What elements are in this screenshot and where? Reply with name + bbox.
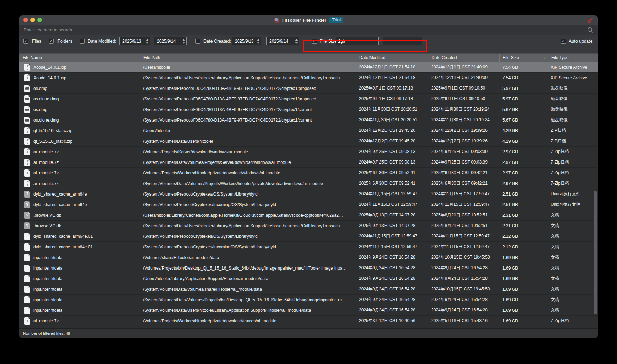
date-created-to-spinbox[interactable]: 2025/9/14: [266, 37, 299, 45]
table-row[interactable]: inpainter.htdata/Volumes/Projects/bin/De…: [19, 263, 598, 273]
folders-checkbox[interactable]: [49, 39, 54, 44]
document-icon: [24, 286, 30, 293]
spinner-arrows-icon[interactable]: [146, 39, 149, 44]
file-path-cell: /Volumes/Projects/Workers/hitooler/priva…: [140, 316, 356, 326]
file-path: /System/Volumes/Preboot/F06C4780-D13A-4B…: [143, 107, 312, 112]
file-type-cell: ZIP归档: [548, 125, 598, 136]
window-title: HiTooler File Finder: [282, 18, 326, 23]
file-path-cell: /System/Volumes/Preboot/F06C4780-D13A-4B…: [140, 104, 356, 115]
table-row[interactable]: dyld_shared_cache_arm64e/System/Volumes/…: [19, 189, 598, 199]
file-size-max-input[interactable]: [383, 37, 422, 45]
table-row[interactable]: ai_module.7z/Volumes/Projects/Workers/hi…: [19, 168, 598, 178]
document-icon: [24, 243, 30, 251]
table-row[interactable]: dyld_shared_cache_arm64e/System/Volumes/…: [19, 199, 598, 210]
file-type-cell: 文稿: [548, 231, 598, 241]
date-created-from-value: 2025/9/13: [235, 39, 255, 44]
file-name-cell: qt_5.15.16_static.zip: [19, 125, 140, 136]
file-name-cell: dyld_shared_cache_arm64e: [19, 189, 140, 199]
file-path-cell: /Volumes/Projects/bin/Desktop_Qt_5_15_16…: [140, 263, 356, 273]
table-row[interactable]: qt_5.15.16_static.zip/System/Volumes/Dat…: [19, 136, 598, 147]
table-row[interactable]: qt_5.15.16_static.zip/Users/hitooler2024…: [19, 125, 598, 136]
file-path-cell: /System/Volumes/Data/Users/hitooler/Libr…: [140, 221, 356, 231]
auto-update-checkbox[interactable]: [561, 39, 566, 44]
table-row[interactable]: Xcode_14.0.1.xip/Users/hitooler2024年12月1…: [19, 62, 598, 73]
close-button[interactable]: [23, 18, 28, 22]
file-name: inpainter.htdata: [33, 255, 62, 260]
table-row[interactable]: Xcode_14.0.1.xip/System/Volumes/Data/Use…: [19, 73, 598, 83]
files-checkbox[interactable]: [23, 39, 28, 44]
file-size-checkbox[interactable]: [312, 39, 317, 44]
file-size-cell: 5.97 GB: [499, 83, 548, 93]
zoom-button[interactable]: [37, 18, 42, 22]
file-type-cell: 磁盘映像: [548, 104, 598, 115]
table-row[interactable]: os.clone.dmg/System/Volumes/Preboot/F06C…: [19, 115, 598, 125]
table-row[interactable]: ai_module.7z/System/Volumes/Data/Volumes…: [19, 178, 598, 189]
unknown-file-icon: [24, 191, 30, 198]
file-size-cell: 1.69 GB: [499, 295, 548, 305]
table-row[interactable]: ai_module.7z/Volumes/Projects/Workers/hi…: [19, 316, 598, 326]
minimize-button[interactable]: [30, 18, 35, 22]
file-name: inpainter.htdata: [33, 287, 62, 292]
date-modified-from-spinbox[interactable]: 2025/9/13: [119, 37, 150, 45]
column-header-date-created[interactable]: Date Created: [428, 54, 499, 62]
date-modified-cell: 2024年9月24日 CST 16:54:28: [356, 295, 428, 305]
sevenzip-archive-icon: [24, 180, 30, 187]
file-path: /System/Volumes/Data/Users/hitooler/Libr…: [143, 223, 344, 228]
table-row[interactable]: dyld_shared_cache_arm64e.01/System/Volum…: [19, 242, 598, 252]
date-modified-cell: 2024年12月2日 CST 19:45:20: [356, 125, 428, 136]
file-path-cell: /Volumes/share/HiTooler/ai_module/data: [140, 252, 356, 263]
file-type-cell: 磁盘映像: [548, 115, 598, 125]
date-modified-checkbox[interactable]: [80, 39, 85, 44]
file-type-cell: 文稿: [548, 242, 598, 252]
date-created-cell: 2025年8月21日 CST 10:52:51: [428, 210, 499, 220]
date-modified-cell: 2025年9月1日 CST 09:17:18: [356, 83, 428, 93]
table-row[interactable]: inpainter.htdata/Volumes/share/HiTooler/…: [19, 252, 598, 263]
table-row[interactable]: inpainter.htdata/System/Volumes/Data/Vol…: [19, 295, 598, 305]
spinner-arrows-icon[interactable]: [182, 39, 185, 44]
table-row[interactable]: inpainter.htdata/System/Volumes/Data/Use…: [19, 305, 598, 316]
table-row[interactable]: os.dmg/System/Volumes/Preboot/F06C4780-D…: [19, 104, 598, 115]
vertical-scrollbar-thumb[interactable]: [594, 191, 597, 314]
table-row[interactable]: dyld_shared_cache_arm64e.01/System/Volum…: [19, 231, 598, 242]
table-row[interactable]: ai_module.7z/System/Volumes/Data/Volumes…: [19, 157, 598, 168]
file-path-cell: /System/Volumes/Data/Users/hitooler/Libr…: [140, 73, 356, 83]
date-created-from-spinbox[interactable]: 2025/9/13: [232, 37, 261, 45]
table-row[interactable]: os.dmg/System/Volumes/Preboot/F06C4780-D…: [19, 83, 598, 94]
spinner-arrows-icon[interactable]: [295, 39, 298, 44]
file-type-cell: 7-Zip归档: [548, 157, 598, 167]
date-modified-cell: 2024年9月24日 CST 16:54:28: [356, 273, 428, 284]
file-name: inpainter.htdata: [33, 266, 62, 271]
date-created-cell: 2024年11月15日 CST 12:59:47: [428, 189, 499, 199]
file-path-cell: /Users/hitooler/Library/Caches/com.apple…: [140, 210, 356, 220]
table-row[interactable]: inpainter.htdata/Users/hitooler/Library/…: [19, 273, 598, 284]
file-name: os.clone.dmg: [33, 118, 59, 123]
column-header-file-name[interactable]: File Name: [19, 54, 140, 62]
column-header-file-size[interactable]: File Size ↓: [499, 54, 548, 62]
date-modified-cell: 2024年9月25日 CST 09:08:13: [356, 157, 428, 167]
date-modified-cell: 2025年3月12日 CST 10:40:56: [356, 316, 428, 326]
date-modified-to-value: 2025/9/14: [157, 39, 181, 44]
license-key-icon[interactable]: [587, 17, 593, 23]
date-created-cell: 2025年9月1日 CST 09:10:50: [428, 83, 499, 93]
column-header-file-path[interactable]: File Path: [140, 54, 356, 62]
file-size-min-input[interactable]: [336, 37, 379, 45]
column-header-file-type[interactable]: File Type: [548, 54, 598, 62]
file-name-cell: qt_5.15.16_static.zip: [19, 136, 140, 146]
table-row[interactable]: .browse.VC.db/System/Volumes/Data/Users/…: [19, 221, 598, 231]
file-name: inpainter.htdata: [33, 308, 62, 313]
table-row[interactable]: os.clone.dmg/System/Volumes/Preboot/F06C…: [19, 94, 598, 104]
file-size-cell: 1.69 GB: [499, 305, 548, 315]
date-modified-to-spinbox[interactable]: 2025/9/14: [154, 37, 187, 45]
table-row[interactable]: .browse.VC.db/Users/hitooler/Library/Cac…: [19, 210, 598, 221]
file-size-cell: 1.69 GB: [499, 273, 548, 284]
date-modified-label: Date Modified:: [88, 38, 116, 44]
file-name-cell: os.clone.dmg: [19, 94, 140, 104]
date-created-checkbox[interactable]: [195, 39, 200, 44]
table-row[interactable]: inpainter.htdata/System/Volumes/Data/Vol…: [19, 284, 598, 295]
search-bar[interactable]: Enter text here to search: [19, 25, 598, 35]
table-row[interactable]: ai_module.7z/Volumes/Projects/Server/dow…: [19, 147, 598, 157]
file-size-cell: 2.51 GB: [499, 199, 548, 210]
spinner-arrows-icon[interactable]: [257, 39, 260, 44]
column-header-date-modified[interactable]: Date Modified: [356, 54, 428, 62]
date-created-cell: 2024年9月24日 CST 16:54:28: [428, 305, 499, 315]
